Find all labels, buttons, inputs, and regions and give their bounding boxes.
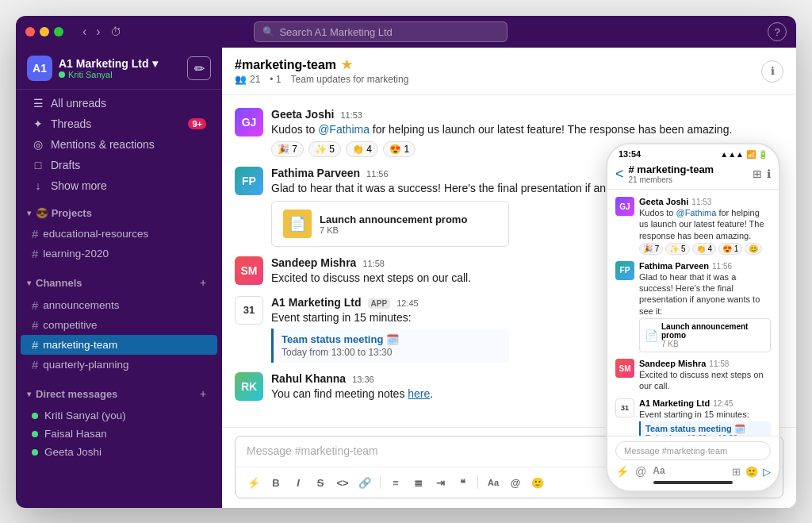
channel-item-marketing-team[interactable]: # marketing-team — [21, 335, 217, 355]
close-button[interactable] — [25, 27, 35, 37]
phone-file-attachment[interactable]: 📄 Launch announcement promo 7 KB — [639, 318, 771, 352]
channel-info-button[interactable]: ℹ — [761, 60, 783, 83]
channel-description: Team updates for marketing — [291, 74, 409, 85]
sidebar-item-show-more[interactable]: ↓ Show more — [21, 175, 217, 196]
avatar: FP — [235, 167, 263, 195]
dm-item-faisal[interactable]: Faisal Hasan — [21, 425, 217, 443]
attach-button[interactable]: ⚡ — [243, 472, 264, 493]
sidebar-item-all-unreads[interactable]: ☰ All unreads — [21, 93, 217, 113]
phone-message-text: Excited to discuss next steps on our cal… — [639, 369, 771, 392]
ordered-list-button[interactable]: ≡ — [385, 472, 406, 493]
phone-emoji-icon[interactable]: 🙂 — [745, 466, 758, 478]
channel-item-educational[interactable]: # educational-resources — [21, 224, 217, 244]
unordered-list-button[interactable]: ≣ — [408, 472, 428, 493]
phone-signal: ▲▲▲ 📶 🔋 — [720, 150, 768, 159]
search-bar[interactable]: 🔍 — [254, 21, 508, 42]
link-button[interactable]: 🔗 — [354, 472, 375, 493]
phone-avatar: GJ — [615, 197, 634, 216]
mention-button[interactable]: @ — [505, 472, 526, 493]
dm-header[interactable]: ▾ Direct messages + — [16, 381, 222, 406]
phone-reaction[interactable]: 😍 1 — [718, 243, 742, 255]
phone-send-icon[interactable]: ▷ — [763, 466, 771, 478]
dm-item-kriti[interactable]: Kriti Sanyal (you) — [21, 406, 217, 425]
channels-chevron-icon: ▾ — [27, 279, 31, 287]
forward-button[interactable]: › — [93, 23, 103, 40]
back-icon[interactable]: < — [615, 166, 624, 183]
sidebar-item-mentions[interactable]: ◎ Mentions & reactions — [21, 134, 217, 155]
channel-title-area: #marketing-team ★ 👥 21 • 1 Team updates … — [235, 57, 408, 85]
mention[interactable]: @Fathima — [318, 123, 370, 136]
add-channel-button[interactable]: + — [195, 275, 211, 290]
phone-grid-icon[interactable]: ⊞ — [732, 466, 741, 478]
phone-right-toolbar: ⊞ 🙂 ▷ — [732, 466, 771, 478]
phone-home-bar — [653, 481, 733, 484]
bold-button[interactable]: B — [266, 472, 286, 493]
back-button[interactable]: ‹ — [79, 23, 90, 40]
phone-aa-icon[interactable]: Aa — [653, 465, 665, 478]
code-button[interactable]: <> — [332, 472, 353, 493]
phone-event-title: Team status meeting 🗓️ — [645, 424, 766, 434]
reaction-button[interactable]: 🎉 7 — [271, 141, 304, 157]
phone-info-icon[interactable]: ℹ — [767, 167, 771, 180]
phone-message-text: Glad to hear that it was a success! Here… — [639, 271, 771, 317]
maximize-button[interactable] — [54, 27, 63, 37]
event-title: Team status meeting 🗓️ — [282, 333, 501, 345]
sidebar-item-drafts[interactable]: □ Drafts — [21, 155, 217, 175]
link[interactable]: here — [408, 387, 430, 400]
hash-icon: # — [32, 247, 38, 260]
projects-label: 😎 Projects — [36, 207, 92, 219]
blockquote-button[interactable]: ❝ — [452, 472, 473, 493]
nav-section: ☰ All unreads ✦ Threads 9+ ◎ Mentions & … — [16, 90, 222, 199]
phone-channel-info: # marketing-team 21 members — [629, 163, 748, 184]
phone-reaction[interactable]: 👏 4 — [692, 243, 716, 255]
phone-message-row: SM Sandeep Mishra 11:58 Excited to discu… — [607, 356, 779, 394]
channel-label: marketing-team — [43, 339, 117, 351]
reaction-button[interactable]: 👏 4 — [346, 141, 378, 157]
help-button[interactable]: ? — [768, 22, 787, 41]
search-input[interactable] — [279, 26, 499, 38]
channel-item-learning[interactable]: # learning-2020 — [21, 244, 217, 263]
minimize-button[interactable] — [40, 27, 49, 37]
hash-icon: # — [32, 358, 38, 371]
channel-item-competitive[interactable]: # competitive — [21, 315, 217, 335]
strikethrough-button[interactable]: S — [310, 472, 331, 493]
calendar-event[interactable]: Team status meeting 🗓️ Today from 13:00 … — [271, 329, 509, 363]
workspace-info: A1 A1 Marketing Ltd ▾ Kriti Sanyal — [27, 56, 158, 81]
compose-button[interactable]: ✏ — [187, 56, 211, 80]
chevron-down-icon: ▾ — [152, 57, 158, 70]
phone-message-body: A1 Marketing Ltd 12:45 Event starting in… — [639, 398, 771, 436]
history-button[interactable]: ⏱ — [110, 23, 121, 40]
indent-button[interactable]: ⇥ — [430, 472, 450, 493]
phone-calendar-event[interactable]: Team status meeting 🗓️ Today from 13:00 … — [639, 421, 771, 436]
phone-lightning-icon[interactable]: ⚡ — [615, 465, 629, 478]
dm-item-geeta[interactable]: Geeta Joshi — [21, 443, 217, 461]
phone-reaction[interactable]: ✨ 5 — [665, 243, 689, 255]
italic-button[interactable]: I — [288, 472, 308, 493]
channel-item-quarterly[interactable]: # quarterly-planning — [21, 355, 217, 375]
star-icon[interactable]: ★ — [341, 57, 352, 72]
app-window: ‹ › ⏱ 🔍 ? A1 A1 Marketing Ltd ▾ — [16, 16, 796, 508]
projects-header[interactable]: ▾ 😎 Projects — [16, 202, 222, 224]
sidebar-item-threads[interactable]: ✦ Threads 9+ — [21, 113, 217, 134]
reaction-button[interactable]: 😍 1 — [383, 141, 416, 157]
file-icon: 📄 — [283, 210, 312, 238]
font-size-button[interactable]: Aa — [483, 472, 504, 493]
channel-label: competitive — [43, 319, 97, 331]
workspace-icon[interactable]: A1 — [27, 56, 52, 81]
phone-reaction[interactable]: 😊 — [745, 243, 762, 255]
channels-header[interactable]: ▾ Channels + — [16, 270, 222, 295]
phone-mention[interactable]: @Fathima — [676, 208, 716, 217]
phone-search-icon[interactable]: ⊞ — [753, 167, 762, 180]
emoji-button[interactable]: 🙂 — [527, 472, 548, 493]
channel-label: announcements — [43, 299, 119, 311]
phone-message-input[interactable]: Message #marketing-team — [615, 441, 771, 460]
workspace-name-area: A1 Marketing Ltd ▾ Kriti Sanyal — [59, 57, 158, 79]
reaction-button[interactable]: ✨ 5 — [308, 141, 341, 157]
phone-reaction[interactable]: 🎉 7 — [639, 243, 663, 255]
add-dm-button[interactable]: + — [195, 386, 211, 402]
avatar: 31 — [235, 296, 263, 325]
channel-item-announcements[interactable]: # announcements — [21, 295, 217, 315]
phone-sender: Geeta Joshi — [639, 197, 688, 206]
phone-at-icon[interactable]: @ — [635, 465, 646, 478]
file-attachment[interactable]: 📄 Launch announcement promo 7 KB — [271, 201, 509, 247]
